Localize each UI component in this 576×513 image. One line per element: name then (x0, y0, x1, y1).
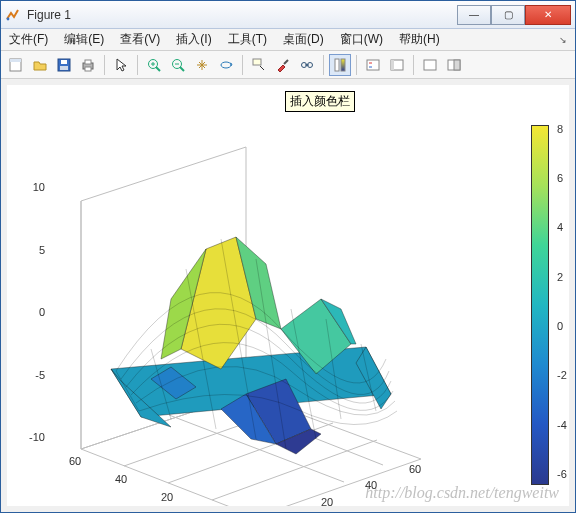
menu-desktop[interactable]: 桌面(D) (279, 29, 328, 50)
toolbar-separator (323, 55, 324, 75)
watermark: http://blog.csdn.net/tengweitw (365, 484, 559, 502)
z-tick: -5 (21, 369, 45, 381)
show-plot-tools-button[interactable] (419, 54, 441, 76)
svg-rect-30 (424, 60, 436, 70)
colorbar[interactable]: 8 6 4 2 0 -2 -4 -6 (531, 125, 557, 485)
zoom-in-button[interactable] (143, 54, 165, 76)
z-axis-ticks: 10 5 0 -5 -10 (21, 187, 49, 437)
svg-point-0 (7, 17, 10, 20)
datacursor-button[interactable] (248, 54, 270, 76)
cbar-tick: 0 (557, 320, 563, 332)
cbar-tick: 4 (557, 221, 563, 233)
plot-area[interactable]: 插入颜色栏 (7, 85, 569, 506)
matlab-icon (5, 7, 21, 23)
svg-rect-4 (61, 60, 67, 64)
toolbar-separator (242, 55, 243, 75)
new-figure-button[interactable] (5, 54, 27, 76)
svg-line-10 (156, 67, 160, 71)
z-tick: 10 (21, 181, 45, 193)
cbar-tick: -2 (557, 369, 567, 381)
hide-plot-tools-button[interactable] (386, 54, 408, 76)
rotate3d-button[interactable] (215, 54, 237, 76)
cbar-tick: -6 (557, 468, 567, 480)
x-tick: 20 (321, 496, 333, 506)
svg-rect-5 (60, 66, 68, 70)
cbar-tick: 6 (557, 172, 563, 184)
svg-rect-8 (85, 67, 91, 71)
y-tick: 60 (69, 455, 81, 467)
figure-window: Figure 1 — ▢ ✕ 文件(F) 编辑(E) 查看(V) 插入(I) 工… (0, 0, 576, 513)
pan-button[interactable] (191, 54, 213, 76)
menu-help[interactable]: 帮助(H) (395, 29, 444, 50)
svg-line-14 (180, 67, 184, 71)
svg-rect-23 (335, 59, 339, 71)
maximize-button[interactable]: ▢ (491, 5, 525, 25)
menubar: 文件(F) 编辑(E) 查看(V) 插入(I) 工具(T) 桌面(D) 窗口(W… (1, 29, 575, 51)
save-button[interactable] (53, 54, 75, 76)
colorbar-ticks: 8 6 4 2 0 -2 -4 -6 (557, 125, 569, 485)
cbar-tick: 2 (557, 271, 563, 283)
svg-line-19 (284, 60, 288, 64)
y-tick: 40 (115, 473, 127, 485)
menu-edit[interactable]: 编辑(E) (60, 29, 108, 50)
svg-rect-24 (341, 59, 345, 71)
toolbar (1, 51, 575, 79)
x-tick: 60 (409, 463, 421, 475)
svg-point-16 (221, 62, 231, 68)
menu-file[interactable]: 文件(F) (5, 29, 52, 50)
svg-rect-2 (10, 59, 21, 62)
cbar-tick: 8 (557, 123, 563, 135)
menu-insert[interactable]: 插入(I) (172, 29, 215, 50)
insert-colorbar-button[interactable] (329, 54, 351, 76)
titlebar[interactable]: Figure 1 — ▢ ✕ (1, 1, 575, 29)
menu-view[interactable]: 查看(V) (116, 29, 164, 50)
svg-rect-32 (454, 60, 460, 70)
window-title: Figure 1 (27, 8, 457, 22)
svg-rect-25 (367, 60, 379, 70)
toolbar-separator (356, 55, 357, 75)
menu-tools[interactable]: 工具(T) (224, 29, 271, 50)
svg-rect-29 (391, 60, 394, 70)
svg-line-18 (260, 66, 264, 70)
print-button[interactable] (77, 54, 99, 76)
insert-legend-button[interactable] (362, 54, 384, 76)
svg-rect-7 (85, 60, 91, 64)
link-button[interactable] (296, 54, 318, 76)
minimize-button[interactable]: — (457, 5, 491, 25)
z-tick: 0 (21, 306, 45, 318)
menu-overflow-icon[interactable]: ↘ (559, 35, 571, 45)
colorbar-strip (531, 125, 549, 485)
dock-button[interactable] (443, 54, 465, 76)
zoom-out-button[interactable] (167, 54, 189, 76)
toolbar-separator (137, 55, 138, 75)
toolbar-separator (413, 55, 414, 75)
pointer-button[interactable] (110, 54, 132, 76)
cbar-tick: -4 (557, 419, 567, 431)
z-tick: -10 (21, 431, 45, 443)
tooltip: 插入颜色栏 (285, 91, 355, 112)
z-tick: 5 (21, 244, 45, 256)
menu-window[interactable]: 窗口(W) (336, 29, 387, 50)
close-button[interactable]: ✕ (525, 5, 571, 25)
toolbar-separator (104, 55, 105, 75)
brush-button[interactable] (272, 54, 294, 76)
svg-rect-17 (253, 59, 261, 65)
y-tick: 20 (161, 491, 173, 503)
axes-3d[interactable]: 10 5 0 -5 -10 60 40 20 0 0 20 40 60 (21, 119, 441, 506)
window-buttons: — ▢ ✕ (457, 5, 571, 25)
open-button[interactable] (29, 54, 51, 76)
